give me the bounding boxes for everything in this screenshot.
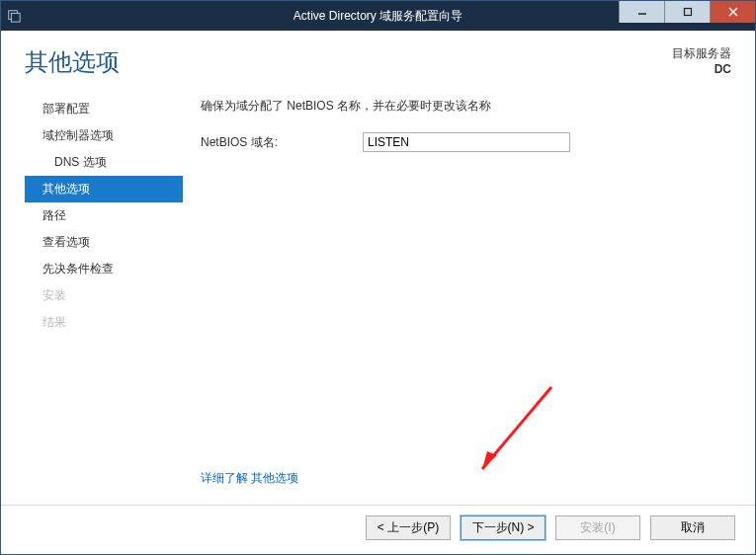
target-server-label: 目标服务器 [672, 46, 731, 62]
nav-item-deployment[interactable]: 部署配置 [25, 96, 183, 122]
svg-line-6 [482, 387, 551, 469]
maximize-button[interactable] [664, 1, 710, 23]
svg-rect-1 [11, 13, 20, 22]
page-title: 其他选项 [25, 46, 120, 78]
titlebar: Active Directory 域服务配置向导 [1, 1, 755, 31]
content-area: 其他选项 目标服务器 DC 部署配置 域控制器选项 DNS 选项 其他选项 路径… [1, 31, 755, 505]
netbios-label: NetBIOS 域名: [201, 134, 359, 151]
nav-item-dc-options[interactable]: 域控制器选项 [25, 122, 183, 149]
cancel-button[interactable]: 取消 [650, 515, 735, 540]
wizard-nav: 部署配置 域控制器选项 DNS 选项 其他选项 路径 查看选项 先决条件检查 安… [25, 96, 183, 497]
main-panel: 确保为域分配了 NetBIOS 名称，并在必要时更改该名称 NetBIOS 域名… [201, 96, 731, 497]
nav-item-results: 结果 [25, 309, 183, 336]
target-server-name: DC [672, 62, 731, 78]
body-row: 部署配置 域控制器选项 DNS 选项 其他选项 路径 查看选项 先决条件检查 安… [25, 96, 731, 497]
netbios-field-row: NetBIOS 域名: [201, 132, 731, 152]
nav-item-review[interactable]: 查看选项 [25, 229, 183, 256]
nav-item-dns-options[interactable]: DNS 选项 [25, 149, 183, 176]
nav-item-install: 安装 [25, 282, 183, 309]
header-row: 其他选项 目标服务器 DC [25, 46, 731, 78]
wizard-window: Active Directory 域服务配置向导 其他选项 目标服务器 DC [0, 0, 756, 555]
svg-rect-3 [684, 9, 691, 16]
next-button[interactable]: 下一步(N) > [461, 515, 546, 540]
footer-buttons: < 上一步(P) 下一步(N) > 安装(I) 取消 [1, 505, 755, 554]
description-text: 确保为域分配了 NetBIOS 名称，并在必要时更改该名称 [201, 98, 731, 115]
install-button: 安装(I) [555, 515, 640, 540]
window-buttons [619, 1, 755, 31]
nav-item-additional-options[interactable]: 其他选项 [25, 176, 183, 202]
netbios-input[interactable] [363, 132, 570, 152]
close-button[interactable] [710, 1, 755, 23]
nav-item-prereq[interactable]: 先决条件检查 [25, 256, 183, 282]
prev-button[interactable]: < 上一步(P) [366, 515, 451, 540]
minimize-button[interactable] [619, 1, 664, 23]
app-icon [1, 1, 27, 31]
nav-item-paths[interactable]: 路径 [25, 202, 183, 229]
target-server-info: 目标服务器 DC [672, 46, 731, 77]
more-info-link[interactable]: 详细了解 其他选项 [201, 462, 731, 497]
